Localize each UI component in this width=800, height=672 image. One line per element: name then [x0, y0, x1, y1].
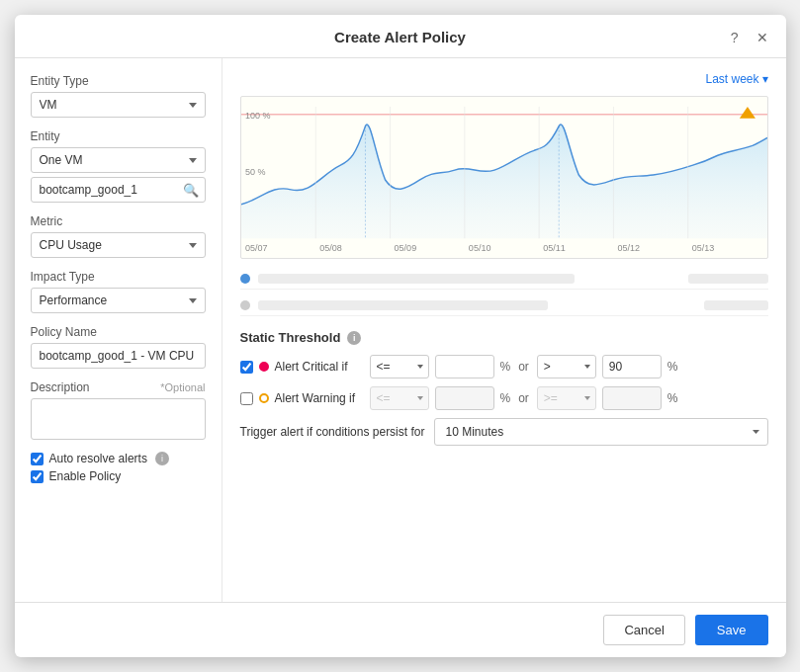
- anomaly-text-1: [258, 274, 575, 284]
- trigger-row: Trigger alert if conditions persist for …: [240, 418, 768, 446]
- create-alert-policy-dialog: Create Alert Policy ? ✕ Entity Type VM H…: [15, 15, 786, 657]
- trigger-select[interactable]: 1 Minute 5 Minutes 10 Minutes 15 Minutes…: [434, 418, 767, 446]
- warning-or: or: [518, 391, 529, 405]
- warning-threshold-row: Alert Warning if <= < % or >= > %: [240, 386, 768, 410]
- chart-header: Last week ▾: [240, 72, 768, 86]
- warning-op2-select[interactable]: >= >: [537, 386, 596, 410]
- anomaly-row-2: [240, 295, 768, 316]
- svg-text:05/07: 05/07: [245, 243, 268, 253]
- entity-search-input[interactable]: [31, 177, 206, 203]
- trigger-label: Trigger alert if conditions persist for: [240, 425, 425, 439]
- close-button[interactable]: ✕: [753, 29, 772, 46]
- critical-unit2: %: [667, 360, 678, 374]
- enable-policy-row: Enable Policy: [31, 469, 206, 483]
- dialog-body: Entity Type VM Host Cluster Entity One V…: [15, 58, 786, 602]
- svg-marker-1: [739, 107, 755, 119]
- anomaly-dot-1: [240, 274, 250, 284]
- auto-resolve-row: Auto resolve alerts i: [31, 452, 206, 465]
- help-button[interactable]: ?: [727, 29, 743, 46]
- critical-or: or: [518, 360, 529, 374]
- entity-search-wrap: 🔍: [31, 177, 206, 203]
- metric-group: Metric CPU Usage Memory Usage Disk I/O: [31, 214, 206, 258]
- enable-policy-checkbox[interactable]: [31, 470, 44, 483]
- entity-label: Entity: [31, 129, 206, 143]
- auto-resolve-info-icon[interactable]: i: [155, 452, 169, 465]
- save-button[interactable]: Save: [695, 615, 768, 645]
- time-selector-label: Last week: [705, 72, 758, 86]
- threshold-info-icon[interactable]: i: [347, 331, 361, 345]
- warning-unit2: %: [667, 391, 678, 405]
- metric-select[interactable]: CPU Usage Memory Usage Disk I/O: [31, 232, 206, 258]
- dialog-footer: Cancel Save: [15, 602, 786, 657]
- description-optional: *Optional: [160, 381, 205, 393]
- critical-dot-icon: [259, 362, 269, 372]
- header-icons: ? ✕: [727, 29, 772, 46]
- warning-unit1: %: [500, 391, 511, 405]
- right-panel: Last week ▾: [222, 58, 786, 602]
- warning-checkbox[interactable]: [240, 392, 253, 405]
- critical-value2-input[interactable]: [602, 355, 662, 378]
- static-threshold-title: Static Threshold i: [240, 330, 768, 345]
- critical-op1-select[interactable]: <= < =: [370, 355, 429, 378]
- anomaly-dot-2: [240, 300, 250, 310]
- critical-op2-select[interactable]: > >= =: [537, 355, 596, 378]
- critical-value1-input[interactable]: [435, 355, 494, 378]
- warning-value2-input[interactable]: [602, 386, 662, 410]
- auto-resolve-label: Auto resolve alerts: [49, 452, 147, 465]
- impact-type-group: Impact Type Performance Availability Cap…: [31, 270, 206, 313]
- critical-unit1: %: [500, 360, 511, 374]
- auto-resolve-checkbox[interactable]: [31, 453, 44, 465]
- warning-op1-select[interactable]: <= <: [370, 386, 429, 410]
- anomaly-text-2b: [704, 300, 767, 310]
- description-label: Description: [31, 380, 90, 394]
- anomaly-row-1: [240, 269, 768, 290]
- svg-text:05/08: 05/08: [319, 243, 342, 253]
- svg-text:50 %: 50 %: [245, 167, 266, 177]
- metric-label: Metric: [31, 214, 206, 228]
- description-group: Description *Optional: [31, 380, 206, 440]
- time-selector[interactable]: Last week ▾: [705, 72, 767, 86]
- policy-name-group: Policy Name: [31, 325, 206, 369]
- anomaly-rows: [240, 269, 768, 316]
- entity-group: Entity One VM All VMs 🔍: [31, 129, 206, 203]
- description-textarea[interactable]: [31, 398, 206, 440]
- chart-area: 100 % 50 % 05/07 05/08 05/09 05/10 05/11…: [240, 96, 768, 259]
- checkboxes-group: Auto resolve alerts i Enable Policy: [31, 452, 206, 483]
- entity-type-group: Entity Type VM Host Cluster: [31, 74, 206, 118]
- time-selector-chevron-icon: ▾: [762, 72, 768, 86]
- svg-text:05/12: 05/12: [617, 243, 640, 253]
- impact-type-select[interactable]: Performance Availability Capacity: [31, 288, 206, 313]
- svg-text:05/09: 05/09: [394, 243, 416, 253]
- dialog-title: Create Alert Policy: [334, 29, 466, 45]
- enable-policy-label: Enable Policy: [49, 469, 122, 483]
- warning-label: Alert Warning if: [275, 391, 364, 405]
- entity-type-select[interactable]: VM Host Cluster: [31, 92, 206, 118]
- description-label-row: Description *Optional: [31, 380, 206, 394]
- svg-text:05/11: 05/11: [543, 243, 566, 253]
- critical-threshold-row: Alert Critical if <= < = % or > >= =: [240, 355, 768, 378]
- impact-type-label: Impact Type: [31, 270, 206, 284]
- warning-value1-input[interactable]: [435, 386, 494, 410]
- svg-text:05/13: 05/13: [691, 243, 714, 253]
- policy-name-input[interactable]: [31, 343, 206, 369]
- anomaly-text-1b: [688, 274, 767, 284]
- chart-svg: 100 % 50 % 05/07 05/08 05/09 05/10 05/11…: [241, 97, 767, 258]
- anomaly-text-2: [258, 300, 549, 310]
- left-panel: Entity Type VM Host Cluster Entity One V…: [15, 58, 222, 602]
- critical-label: Alert Critical if: [275, 360, 364, 374]
- svg-text:100 %: 100 %: [245, 111, 271, 121]
- static-threshold-section: Static Threshold i Alert Critical if <= …: [240, 330, 768, 446]
- dialog-header: Create Alert Policy ? ✕: [15, 15, 786, 58]
- entity-select[interactable]: One VM All VMs: [31, 147, 206, 173]
- entity-type-label: Entity Type: [31, 74, 206, 88]
- warning-dot-icon: [259, 393, 269, 403]
- cancel-button[interactable]: Cancel: [603, 615, 684, 645]
- policy-name-label: Policy Name: [31, 325, 206, 339]
- svg-text:05/10: 05/10: [468, 243, 490, 253]
- critical-checkbox[interactable]: [240, 361, 253, 374]
